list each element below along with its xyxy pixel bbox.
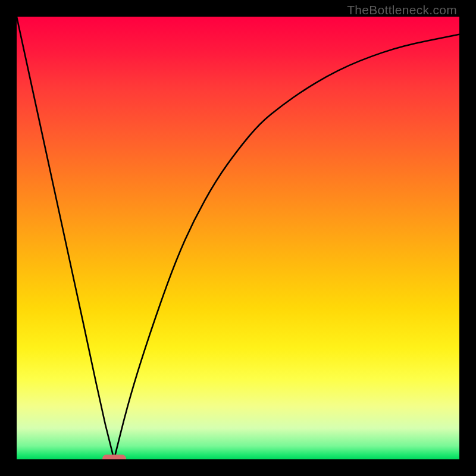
curve-layer xyxy=(17,17,459,459)
bottleneck-curve xyxy=(17,17,459,459)
optimal-marker xyxy=(102,455,126,459)
watermark-text: TheBottleneck.com xyxy=(347,3,457,17)
plot-area xyxy=(17,17,459,459)
chart-stage: TheBottleneck.com xyxy=(0,0,476,476)
